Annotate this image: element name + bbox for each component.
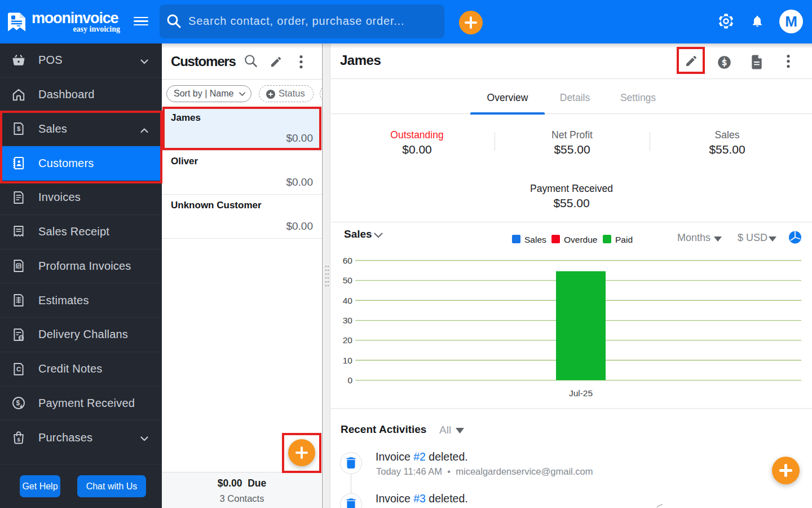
svg-text:20: 20 [343,335,353,345]
svg-text:$: $ [16,399,20,407]
svg-text:P: P [17,264,21,269]
svg-text:0: 0 [347,375,352,385]
svg-text:10: 10 [343,356,353,365]
svg-text:Jul-25: Jul-25 [569,388,593,398]
svg-text:30: 30 [343,316,353,325]
svg-text:60: 60 [343,256,353,265]
svg-text:$: $ [17,436,20,443]
svg-text:40: 40 [343,296,353,305]
svg-text:C: C [16,365,21,372]
svg-text:50: 50 [343,275,353,285]
